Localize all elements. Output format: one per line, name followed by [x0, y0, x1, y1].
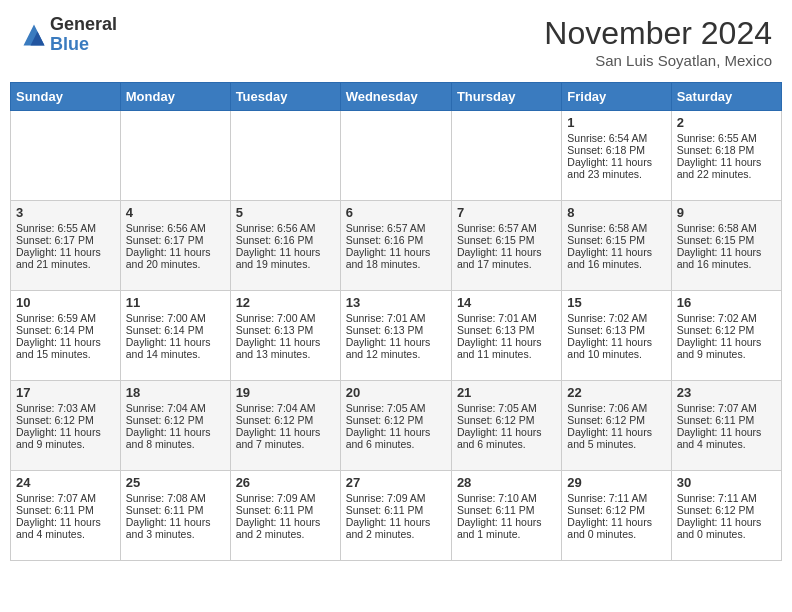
calendar-week-row: 17Sunrise: 7:03 AMSunset: 6:12 PMDayligh…: [11, 381, 782, 471]
day-info: Sunset: 6:11 PM: [457, 504, 556, 516]
day-number: 26: [236, 475, 335, 490]
calendar-week-row: 1Sunrise: 6:54 AMSunset: 6:18 PMDaylight…: [11, 111, 782, 201]
day-number: 12: [236, 295, 335, 310]
day-info: Daylight: 11 hours and 19 minutes.: [236, 246, 335, 270]
day-number: 8: [567, 205, 665, 220]
day-info: Daylight: 11 hours and 16 minutes.: [567, 246, 665, 270]
day-info: Sunset: 6:14 PM: [16, 324, 115, 336]
day-info: Sunrise: 7:06 AM: [567, 402, 665, 414]
day-info: Sunrise: 6:57 AM: [346, 222, 446, 234]
day-info: Sunrise: 7:03 AM: [16, 402, 115, 414]
day-info: Daylight: 11 hours and 14 minutes.: [126, 336, 225, 360]
calendar-day-header: Wednesday: [340, 83, 451, 111]
calendar-cell: 20Sunrise: 7:05 AMSunset: 6:12 PMDayligh…: [340, 381, 451, 471]
calendar-day-header: Friday: [562, 83, 671, 111]
day-info: Daylight: 11 hours and 6 minutes.: [346, 426, 446, 450]
day-info: Sunset: 6:12 PM: [457, 414, 556, 426]
day-info: Sunset: 6:16 PM: [236, 234, 335, 246]
day-info: Daylight: 11 hours and 9 minutes.: [677, 336, 776, 360]
calendar-cell: 11Sunrise: 7:00 AMSunset: 6:14 PMDayligh…: [120, 291, 230, 381]
day-info: Sunrise: 7:04 AM: [126, 402, 225, 414]
day-info: Sunrise: 7:10 AM: [457, 492, 556, 504]
day-info: Sunset: 6:16 PM: [346, 234, 446, 246]
day-info: Sunset: 6:17 PM: [126, 234, 225, 246]
day-number: 30: [677, 475, 776, 490]
calendar-cell: 12Sunrise: 7:00 AMSunset: 6:13 PMDayligh…: [230, 291, 340, 381]
day-number: 9: [677, 205, 776, 220]
day-number: 24: [16, 475, 115, 490]
day-info: Sunset: 6:11 PM: [16, 504, 115, 516]
day-info: Sunset: 6:13 PM: [346, 324, 446, 336]
location: San Luis Soyatlan, Mexico: [544, 52, 772, 69]
calendar-cell: 9Sunrise: 6:58 AMSunset: 6:15 PMDaylight…: [671, 201, 781, 291]
calendar-cell: 30Sunrise: 7:11 AMSunset: 6:12 PMDayligh…: [671, 471, 781, 561]
day-info: Sunrise: 7:02 AM: [567, 312, 665, 324]
day-number: 15: [567, 295, 665, 310]
day-info: Daylight: 11 hours and 2 minutes.: [236, 516, 335, 540]
logo: General Blue: [20, 15, 117, 55]
day-number: 14: [457, 295, 556, 310]
day-info: Sunrise: 7:05 AM: [346, 402, 446, 414]
logo-icon: [20, 21, 48, 49]
day-info: Daylight: 11 hours and 7 minutes.: [236, 426, 335, 450]
day-info: Sunset: 6:13 PM: [457, 324, 556, 336]
day-info: Sunrise: 6:58 AM: [567, 222, 665, 234]
day-info: Sunrise: 7:07 AM: [16, 492, 115, 504]
day-info: Sunset: 6:13 PM: [236, 324, 335, 336]
day-info: Sunrise: 7:11 AM: [677, 492, 776, 504]
calendar-cell: 27Sunrise: 7:09 AMSunset: 6:11 PMDayligh…: [340, 471, 451, 561]
day-info: Sunrise: 7:11 AM: [567, 492, 665, 504]
calendar-table: SundayMondayTuesdayWednesdayThursdayFrid…: [10, 82, 782, 561]
calendar-cell: 26Sunrise: 7:09 AMSunset: 6:11 PMDayligh…: [230, 471, 340, 561]
day-info: Sunrise: 7:09 AM: [236, 492, 335, 504]
day-info: Sunset: 6:12 PM: [126, 414, 225, 426]
day-number: 20: [346, 385, 446, 400]
calendar-day-header: Tuesday: [230, 83, 340, 111]
day-info: Sunrise: 7:00 AM: [236, 312, 335, 324]
calendar-cell: 3Sunrise: 6:55 AMSunset: 6:17 PMDaylight…: [11, 201, 121, 291]
month-title: November 2024: [544, 15, 772, 52]
day-info: Sunrise: 6:54 AM: [567, 132, 665, 144]
day-info: Sunrise: 7:05 AM: [457, 402, 556, 414]
calendar-cell: 10Sunrise: 6:59 AMSunset: 6:14 PMDayligh…: [11, 291, 121, 381]
calendar-week-row: 24Sunrise: 7:07 AMSunset: 6:11 PMDayligh…: [11, 471, 782, 561]
calendar-cell: 21Sunrise: 7:05 AMSunset: 6:12 PMDayligh…: [451, 381, 561, 471]
day-number: 22: [567, 385, 665, 400]
calendar-cell: 1Sunrise: 6:54 AMSunset: 6:18 PMDaylight…: [562, 111, 671, 201]
day-info: Sunrise: 7:09 AM: [346, 492, 446, 504]
day-info: Sunset: 6:12 PM: [16, 414, 115, 426]
day-info: Sunset: 6:12 PM: [236, 414, 335, 426]
day-info: Daylight: 11 hours and 4 minutes.: [16, 516, 115, 540]
calendar-cell: 2Sunrise: 6:55 AMSunset: 6:18 PMDaylight…: [671, 111, 781, 201]
day-info: Sunset: 6:13 PM: [567, 324, 665, 336]
day-info: Daylight: 11 hours and 16 minutes.: [677, 246, 776, 270]
logo-blue-text: Blue: [50, 35, 117, 55]
calendar-cell: 28Sunrise: 7:10 AMSunset: 6:11 PMDayligh…: [451, 471, 561, 561]
calendar-day-header: Monday: [120, 83, 230, 111]
day-info: Daylight: 11 hours and 13 minutes.: [236, 336, 335, 360]
calendar-cell: [340, 111, 451, 201]
calendar-week-row: 3Sunrise: 6:55 AMSunset: 6:17 PMDaylight…: [11, 201, 782, 291]
day-info: Sunrise: 7:01 AM: [346, 312, 446, 324]
day-info: Sunset: 6:11 PM: [677, 414, 776, 426]
logo-general-text: General: [50, 15, 117, 35]
day-info: Sunset: 6:11 PM: [346, 504, 446, 516]
day-number: 13: [346, 295, 446, 310]
day-info: Sunset: 6:15 PM: [457, 234, 556, 246]
day-info: Daylight: 11 hours and 2 minutes.: [346, 516, 446, 540]
day-number: 17: [16, 385, 115, 400]
calendar-week-row: 10Sunrise: 6:59 AMSunset: 6:14 PMDayligh…: [11, 291, 782, 381]
calendar-cell: [11, 111, 121, 201]
day-info: Sunrise: 7:00 AM: [126, 312, 225, 324]
day-number: 29: [567, 475, 665, 490]
day-info: Daylight: 11 hours and 23 minutes.: [567, 156, 665, 180]
day-info: Sunrise: 6:57 AM: [457, 222, 556, 234]
day-number: 19: [236, 385, 335, 400]
calendar-cell: 6Sunrise: 6:57 AMSunset: 6:16 PMDaylight…: [340, 201, 451, 291]
day-number: 4: [126, 205, 225, 220]
day-info: Sunrise: 7:01 AM: [457, 312, 556, 324]
calendar-day-header: Thursday: [451, 83, 561, 111]
day-number: 18: [126, 385, 225, 400]
day-info: Sunset: 6:12 PM: [346, 414, 446, 426]
day-info: Sunset: 6:18 PM: [567, 144, 665, 156]
